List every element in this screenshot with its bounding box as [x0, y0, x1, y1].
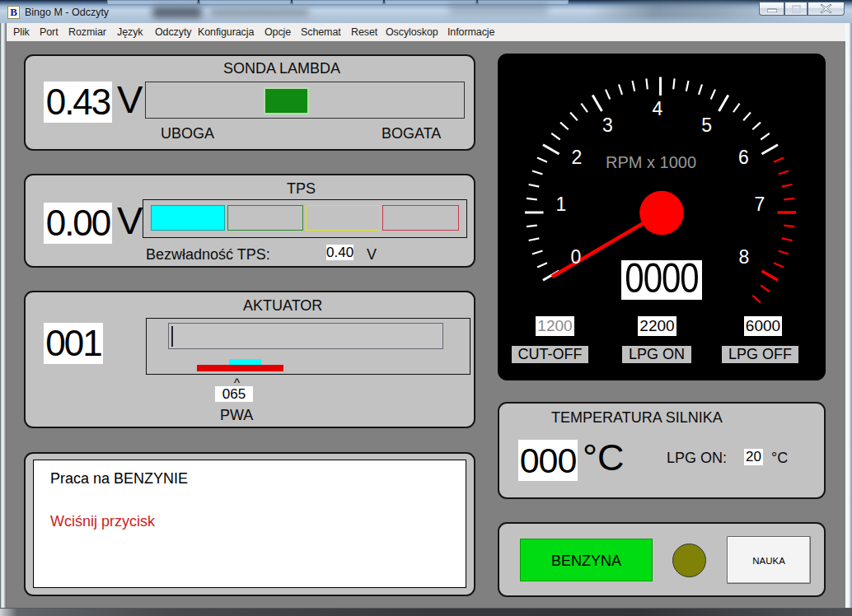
svg-text:1: 1: [556, 194, 567, 215]
svg-text:5: 5: [701, 114, 712, 136]
svg-text:RPM x 1000: RPM x 1000: [606, 153, 696, 171]
svg-text:0: 0: [571, 246, 582, 268]
svg-text:3: 3: [602, 114, 613, 136]
svg-text:7: 7: [755, 194, 765, 215]
svg-text:4: 4: [653, 98, 663, 119]
svg-text:2: 2: [572, 147, 583, 168]
svg-text:8: 8: [739, 246, 750, 268]
svg-text:6: 6: [738, 147, 749, 168]
